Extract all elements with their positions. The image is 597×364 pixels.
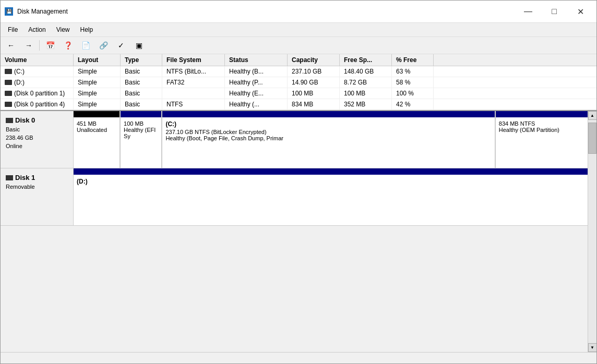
cell-capacity-p1: 100 MB — [288, 88, 340, 99]
toolbar-btn-1[interactable]: 📅 — [42, 38, 58, 53]
scroll-down-button[interactable]: ▼ — [588, 343, 597, 352]
scroll-thumb[interactable] — [588, 123, 596, 154]
col-header-freesp: Free Sp... — [340, 54, 392, 66]
cell-type-p4: Basic — [121, 99, 162, 110]
cell-volume-d: (D:) — [1, 77, 74, 88]
close-button[interactable]: ✕ — [568, 4, 592, 19]
toolbar-btn-3[interactable]: 📄 — [77, 38, 94, 53]
toolbar-btn-6[interactable]: ▣ — [130, 38, 147, 53]
partition-label: 834 MB NTFS — [499, 120, 584, 127]
table-row[interactable]: (C:) Simple Basic NTFS (BitLo... Healthy… — [1, 66, 596, 77]
menu-help[interactable]: Help — [75, 24, 99, 35]
cell-pctfree-d: 58 % — [392, 77, 434, 88]
cell-status-p1: Healthy (E... — [225, 88, 288, 99]
cell-capacity-c: 237.10 GB — [288, 66, 340, 77]
toolbar: ← → 📅 ❓ 📄 🔗 ✓ ▣ — [1, 37, 596, 54]
menu-view[interactable]: View — [51, 24, 75, 35]
cell-fs-p1 — [162, 88, 225, 99]
disk0-status: Online — [6, 143, 68, 149]
partition-label: 237.10 GB NTFS (BitLocker Encrypted) — [165, 129, 491, 135]
col-header-volume: Volume — [1, 54, 74, 66]
title-bar-left: 💾 Disk Management — [5, 7, 68, 16]
maximize-button[interactable]: □ — [542, 4, 566, 19]
toolbar-btn-5[interactable]: ✓ — [113, 38, 129, 53]
main-content: Volume Layout Type File System Status Ca… — [1, 54, 596, 352]
table-row[interactable]: (D:) Simple Basic FAT32 Healthy (P... 14… — [1, 77, 596, 88]
app-icon: 💾 — [5, 7, 13, 16]
window-title: Disk Management — [17, 8, 68, 15]
cell-volume-p1: (Disk 0 partition 1) — [1, 88, 74, 99]
cell-freesp-d: 8.72 GB — [340, 77, 392, 88]
scroll-track — [588, 120, 596, 343]
partition-body: 834 MB NTFS Healthy (OEM Partition) — [496, 117, 588, 168]
disk0-label: Disk 0 Basic 238.46 GB Online — [1, 111, 74, 168]
disk0-partition-c[interactable]: (C:) 237.10 GB NTFS (BitLocker Encrypted… — [162, 111, 495, 168]
cell-volume-c: (C:) — [1, 66, 74, 77]
cell-pctfree-c: 63 % — [392, 66, 434, 77]
disk0-partition-unallocated[interactable]: 451 MB Unallocated — [74, 111, 121, 168]
disk1-row: Disk 1 Removable (D:) — [1, 168, 588, 226]
minimize-button[interactable]: — — [516, 4, 540, 19]
partition-header — [162, 111, 494, 117]
menu-file[interactable]: File — [3, 24, 23, 35]
cell-capacity-p4: 834 MB — [288, 99, 340, 110]
disk1-name: Disk 1 — [6, 174, 68, 181]
scroll-up-button[interactable]: ▲ — [588, 111, 597, 120]
partition-sublabel: Unallocated — [77, 127, 116, 133]
cell-type-d: Basic — [121, 77, 162, 88]
table-row[interactable]: (Disk 0 partition 4) Simple Basic NTFS H… — [1, 99, 596, 110]
drive-icon — [5, 80, 12, 85]
cell-status-c: Healthy (B... — [225, 66, 288, 77]
disk0-partition-oem[interactable]: 834 MB NTFS Healthy (OEM Partition) — [496, 111, 588, 168]
cell-status-p4: Healthy (... — [225, 99, 288, 110]
cell-type-c: Basic — [121, 66, 162, 77]
menu-action[interactable]: Action — [23, 24, 51, 35]
col-header-type: Type — [121, 54, 162, 66]
scrollbar: ▲ ▼ — [588, 111, 596, 352]
partition-body: (C:) 237.10 GB NTFS (BitLocker Encrypted… — [162, 117, 494, 168]
partition-sublabel: Healthy (OEM Partition) — [499, 127, 584, 133]
disk0-partition-efi[interactable]: 100 MB Healthy (EFI Sy — [121, 111, 162, 168]
volume-table: Volume Layout Type File System Status Ca… — [1, 54, 596, 111]
drive-icon — [5, 69, 12, 74]
partition-sublabel: Healthy (Boot, Page File, Crash Dump, Pr… — [165, 135, 491, 141]
cell-pctfree-p4: 42 % — [392, 99, 434, 110]
disk1-partitions: (D:) — [74, 168, 588, 225]
disk1-partition-d[interactable]: (D:) — [74, 168, 588, 225]
partition-header — [74, 111, 120, 117]
table-row[interactable]: (Disk 0 partition 1) Simple Basic Health… — [1, 88, 596, 99]
toolbar-btn-4[interactable]: 🔗 — [95, 38, 112, 53]
cell-fs-p4: NTFS — [162, 99, 225, 110]
toolbar-btn-2[interactable]: ❓ — [59, 38, 76, 53]
back-button[interactable]: ← — [3, 38, 19, 53]
disk-area: Disk 0 Basic 238.46 GB Online 451 MB Una… — [1, 111, 596, 352]
partition-header — [74, 168, 588, 175]
drive-icon — [5, 91, 12, 96]
cell-type-p1: Basic — [121, 88, 162, 99]
cell-freesp-p1: 100 MB — [340, 88, 392, 99]
cell-layout-p1: Simple — [74, 88, 121, 99]
drive-icon — [5, 102, 12, 107]
title-controls: — □ ✕ — [516, 4, 592, 19]
partition-label: 100 MB — [124, 120, 158, 127]
disk0-partitions: 451 MB Unallocated 100 MB Healthy (EFI S… — [74, 111, 588, 168]
disk1-type: Removable — [6, 184, 68, 190]
cell-freesp-c: 148.40 GB — [340, 66, 392, 77]
partition-title: (C:) — [165, 120, 491, 128]
cell-pctfree-p1: 100 % — [392, 88, 434, 99]
forward-button[interactable]: → — [20, 38, 37, 53]
cell-capacity-d: 14.90 GB — [288, 77, 340, 88]
cell-layout-d: Simple — [74, 77, 121, 88]
status-bar — [1, 352, 596, 363]
disk0-name: Disk 0 — [6, 116, 68, 124]
cell-status-d: Healthy (P... — [225, 77, 288, 88]
cell-freesp-p4: 352 MB — [340, 99, 392, 110]
col-header-layout: Layout — [74, 54, 121, 66]
disk0-row: Disk 0 Basic 238.46 GB Online 451 MB Una… — [1, 111, 588, 168]
menu-bar: File Action View Help — [1, 23, 596, 37]
cell-fs-d: FAT32 — [162, 77, 225, 88]
partition-body: 451 MB Unallocated — [74, 117, 120, 168]
partition-header — [121, 111, 161, 117]
col-header-status: Status — [225, 54, 288, 66]
partition-body: 100 MB Healthy (EFI Sy — [121, 117, 161, 168]
